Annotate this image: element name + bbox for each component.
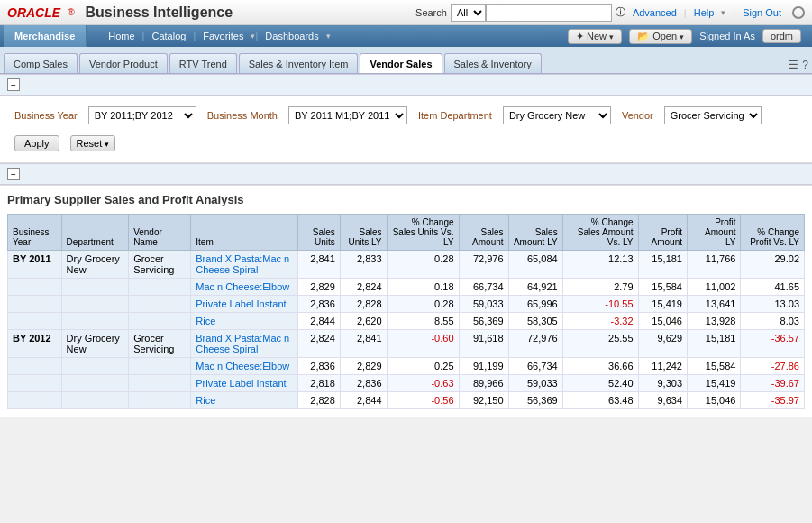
- open-button[interactable]: 📂 Open ▾: [629, 29, 692, 44]
- cell-profit: 11,242: [638, 358, 687, 375]
- cell-pct-profit: -27.86: [741, 358, 805, 375]
- business-month-select[interactable]: BY 2011 M1;BY 2011: [288, 106, 407, 124]
- new-button[interactable]: ✦ New ▾: [568, 29, 622, 44]
- search-help-icon[interactable]: ⓘ: [616, 5, 625, 19]
- vendor-select[interactable]: Grocer Servicing: [664, 106, 762, 124]
- top-bar: ORACLE ® Business Intelligence Search Al…: [0, 0, 812, 25]
- filter-collapse-btn[interactable]: −: [7, 78, 20, 91]
- signed-in-label: Signed In As: [699, 31, 755, 41]
- cell-dept: [61, 296, 129, 313]
- col-header-row: Business Year Department Vendor Name Ite…: [8, 215, 805, 251]
- th-profit: Profit Amount: [638, 215, 687, 251]
- cell-item[interactable]: Private Label Instant: [191, 296, 298, 313]
- table-row: Private Label Instant2,8182,836-0.6389,9…: [8, 375, 805, 392]
- cell-sales-amount-ly: 65,996: [508, 296, 562, 313]
- cell-sales-units: 2,844: [298, 313, 341, 330]
- help-link[interactable]: Help: [694, 7, 715, 18]
- cell-sales-units-ly: 2,828: [340, 296, 387, 313]
- th-profit-ly: Profit Amount LY: [688, 215, 741, 251]
- main-collapse-btn[interactable]: −: [7, 168, 20, 180]
- cell-dept: [61, 313, 129, 330]
- item-dept-label: Item Department: [418, 110, 492, 121]
- cell-year: BY 2012: [8, 330, 62, 358]
- cell-vendor: [129, 313, 191, 330]
- table-row: Mac n Cheese:Elbow2,8362,8290.2591,19966…: [8, 358, 805, 375]
- tab-comp-sales[interactable]: Comp Sales: [4, 53, 78, 73]
- cell-pct-profit: 13.03: [741, 296, 805, 313]
- business-year-select[interactable]: BY 2011;BY 2012: [88, 106, 196, 124]
- cell-sales-units: 2,836: [298, 358, 341, 375]
- cell-profit-ly: 15,181: [688, 330, 741, 358]
- cell-item[interactable]: Rice: [191, 313, 298, 330]
- cell-pct-su: 8.55: [387, 313, 459, 330]
- search-label: Search: [415, 7, 447, 18]
- cell-sales-amount: 66,734: [459, 279, 508, 296]
- home-link[interactable]: Home: [101, 25, 141, 47]
- tab-vendor-product[interactable]: Vendor Product: [79, 53, 168, 73]
- cell-pct-su: 0.28: [387, 296, 459, 313]
- filter-section-header[interactable]: −: [0, 74, 812, 96]
- bi-title: Business Intelligence: [86, 5, 233, 21]
- cell-item[interactable]: Brand X Pasta:Mac n Cheese Spiral: [191, 330, 298, 358]
- advanced-link[interactable]: Advanced: [633, 7, 677, 18]
- new-icon: ✦: [576, 31, 584, 41]
- cell-sales-units-ly: 2,841: [340, 330, 387, 358]
- cell-item[interactable]: Private Label Instant: [191, 375, 298, 392]
- apply-button[interactable]: Apply: [14, 135, 59, 151]
- oracle-logo: ORACLE: [7, 5, 60, 20]
- cell-sales-amount-ly: 66,734: [508, 358, 562, 375]
- th-dept: Department: [61, 215, 129, 251]
- filter-area: Business Year BY 2011;BY 2012 Business M…: [0, 96, 812, 163]
- cell-sales-amount: 91,199: [459, 358, 508, 375]
- cell-pct-sa: 2.79: [562, 279, 638, 296]
- cell-dept: [61, 279, 129, 296]
- help-icon[interactable]: ?: [802, 59, 808, 71]
- cell-pct-su: -0.60: [387, 330, 459, 358]
- cell-sales-units-ly: 2,824: [340, 279, 387, 296]
- cell-sales-amount-ly: 56,369: [508, 392, 562, 409]
- cell-sales-units-ly: 2,620: [340, 313, 387, 330]
- main-section-header[interactable]: −: [0, 163, 812, 185]
- th-vendor: Vendor Name: [129, 215, 191, 251]
- user-icon: [792, 6, 805, 19]
- cell-profit-ly: 15,584: [688, 358, 741, 375]
- list-icon[interactable]: ☰: [789, 59, 798, 71]
- tab-rtv-trend[interactable]: RTV Trend: [169, 53, 237, 73]
- cell-item[interactable]: Rice: [191, 392, 298, 409]
- cell-profit-ly: 15,419: [688, 375, 741, 392]
- merchandise-tab[interactable]: Merchandise: [4, 25, 87, 47]
- tab-sales-inventory-item[interactable]: Sales & Inventory Item: [239, 53, 359, 73]
- signout-link[interactable]: Sign Out: [743, 7, 781, 18]
- signed-in-user-button[interactable]: ordm: [762, 29, 801, 43]
- business-month-label: Business Month: [207, 110, 278, 121]
- cell-pct-profit: 41.65: [741, 279, 805, 296]
- cell-pct-su: -0.56: [387, 392, 459, 409]
- top-nav-links: Advanced | Help ▾ | Sign Out: [633, 6, 805, 19]
- favorites-link[interactable]: Favorites: [196, 25, 251, 47]
- cell-item[interactable]: Mac n Cheese:Elbow: [191, 358, 298, 375]
- cell-sales-units: 2,836: [298, 296, 341, 313]
- tab-vendor-sales[interactable]: Vendor Sales: [360, 53, 442, 73]
- reset-button[interactable]: Reset ▾: [70, 135, 116, 151]
- main-section: Primary Supplier Sales and Profit Analys…: [0, 185, 812, 417]
- cell-item[interactable]: Brand X Pasta:Mac n Cheese Spiral: [191, 251, 298, 279]
- th-sales-amount: Sales Amount: [459, 215, 508, 251]
- cell-sales-units-ly: 2,829: [340, 358, 387, 375]
- cell-pct-su: 0.18: [387, 279, 459, 296]
- cell-sales-units: 2,828: [298, 392, 341, 409]
- dashboards-link[interactable]: Dashboards: [258, 25, 325, 47]
- search-input[interactable]: [486, 4, 612, 22]
- cell-item[interactable]: Mac n Cheese:Elbow: [191, 279, 298, 296]
- catalog-link[interactable]: Catalog: [144, 25, 193, 47]
- section-title: Primary Supplier Sales and Profit Analys…: [7, 193, 805, 206]
- item-dept-select[interactable]: Dry Grocery New: [503, 106, 611, 124]
- oracle-trademark: ®: [68, 7, 74, 17]
- search-scope-select[interactable]: All: [451, 4, 486, 22]
- cell-sales-amount: 91,618: [459, 330, 508, 358]
- th-pct-p: % Change Profit Vs. LY: [741, 215, 805, 251]
- cell-profit: 15,181: [638, 251, 687, 279]
- cell-sales-units: 2,824: [298, 330, 341, 358]
- cell-vendor: [129, 392, 191, 409]
- tab-sales-inventory[interactable]: Sales & Inventory: [444, 53, 542, 73]
- cell-pct-profit: 8.03: [741, 313, 805, 330]
